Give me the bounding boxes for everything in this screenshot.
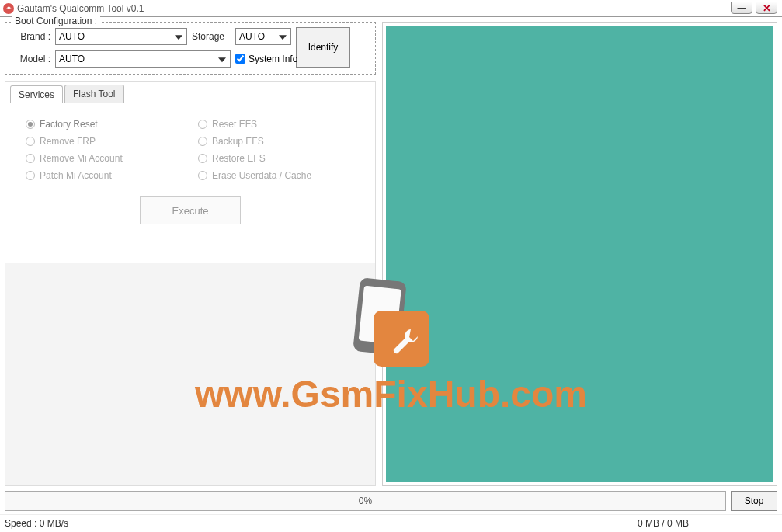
radio-remove-frp[interactable]: Remove FRP [26,136,182,147]
services-lower-area [5,263,375,485]
radio-label: Erase Userdata / Cache [212,170,311,181]
tab-flash-tool[interactable]: Flash Tool [64,85,123,103]
model-label: Model : [12,54,50,64]
titlebar: ✦ Gautam's Qualcomm Tool v0.1 — ✕ [0,0,782,17]
execute-button[interactable]: Execute [140,196,241,224]
radio-factory-reset[interactable]: Factory Reset [26,119,182,130]
log-area[interactable] [386,26,773,482]
radio-remove-mi-account[interactable]: Remove Mi Account [26,153,182,164]
storage-select[interactable]: AUTO [235,28,291,45]
log-panel [382,22,777,486]
system-info-label: System Info [249,54,297,64]
progress-text: 0% [359,495,372,506]
radio-backup-efs[interactable]: Backup EFS [198,136,355,147]
radio-label: Reset EFS [212,119,257,130]
brand-select[interactable]: AUTO [55,28,187,45]
radio-restore-efs[interactable]: Restore EFS [198,153,355,164]
radio-label: Backup EFS [212,136,264,147]
identify-button[interactable]: Identify [296,27,350,68]
radio-label: Restore EFS [212,153,266,164]
stop-button[interactable]: Stop [731,491,777,511]
radio-label: Factory Reset [40,119,98,130]
minimize-button[interactable]: — [731,2,752,14]
radio-label: Remove FRP [40,136,96,147]
radio-label: Patch Mi Account [40,170,112,181]
brand-label: Brand : [12,31,50,42]
status-speed: Speed : 0 MB/s [5,518,638,529]
services-panel: Factory Reset Reset EFS Remove FRP Backu… [10,103,370,258]
model-select[interactable]: AUTO [55,50,231,68]
storage-label: Storage [192,31,231,42]
tabs-area: Services Flash Tool Factory Reset Reset … [5,81,376,486]
radio-reset-efs[interactable]: Reset EFS [198,119,355,130]
radio-label: Remove Mi Account [40,153,123,164]
tab-services[interactable]: Services [10,85,63,103]
window-title: Gautam's Qualcomm Tool v0.1 [17,3,144,14]
progress-bar: 0% [5,491,726,511]
status-bytes: 0 MB / 0 MB [638,518,777,529]
radio-patch-mi-account[interactable]: Patch Mi Account [26,170,182,181]
system-info-checkbox[interactable] [235,54,245,64]
app-icon: ✦ [3,3,14,14]
boot-config-group: Boot Configuration : Brand : AUTO Storag… [5,22,376,75]
status-bar: Speed : 0 MB/s 0 MB / 0 MB [0,514,782,532]
radio-erase-userdata[interactable]: Erase Userdata / Cache [198,170,355,181]
close-button[interactable]: ✕ [756,2,777,14]
boot-legend: Boot Configuration : [12,16,100,26]
